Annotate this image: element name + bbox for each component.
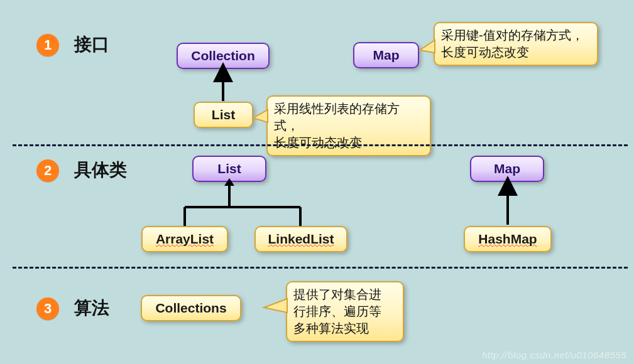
title-classes: 具体类 xyxy=(74,158,127,182)
badge-3: 3 xyxy=(36,297,59,320)
node-arraylist-label: ArrayList xyxy=(156,232,214,246)
node-linkedlist: LinkedList xyxy=(254,226,347,252)
diagram-canvas: 1 接口 Collection Map List 采用键-值对的存储方式， 长度… xyxy=(0,0,634,364)
callout-algo-l1: 提供了对集合进 xyxy=(293,287,381,301)
node-collections: Collections xyxy=(141,295,241,321)
callout-algo-l2: 行排序、遍历等 xyxy=(293,304,381,318)
svg-marker-2 xyxy=(264,299,287,313)
callout-algo: 提供了对集合进 行排序、遍历等 多种算法实现 xyxy=(286,281,404,342)
callout-list: 采用线性列表的存储方式， 长度可动态改变 xyxy=(266,95,431,156)
title-algorithms: 算法 xyxy=(74,296,109,320)
node-list-interface-child: List xyxy=(194,102,253,128)
svg-marker-1 xyxy=(253,110,268,122)
svg-marker-0 xyxy=(420,40,435,53)
callout-map-l1: 采用键-值对的存储方式， xyxy=(441,28,584,42)
node-hashmap-label: HashMap xyxy=(478,232,537,246)
node-hashmap: HashMap xyxy=(464,226,552,252)
callout-list-l1: 采用线性列表的存储方式， xyxy=(274,102,400,132)
node-list-class: List xyxy=(192,156,266,182)
node-arraylist: ArrayList xyxy=(141,226,228,252)
node-map-interface: Map xyxy=(353,42,419,68)
callout-map-l2: 长度可动态改变 xyxy=(441,45,529,59)
badge-2: 2 xyxy=(36,159,59,182)
title-interfaces: 接口 xyxy=(74,33,109,56)
badge-1: 1 xyxy=(36,34,59,56)
callout-algo-l3: 多种算法实现 xyxy=(293,321,369,335)
callout-list-l2: 长度可动态改变 xyxy=(274,136,362,149)
callout-map: 采用键-值对的存储方式， 长度可动态改变 xyxy=(434,22,598,66)
divider-2 xyxy=(13,267,628,269)
watermark: http://blog.csdn.net/u010648555 xyxy=(482,350,626,360)
divider-1 xyxy=(13,144,628,146)
node-linkedlist-label: LinkedList xyxy=(268,232,334,246)
node-collection: Collection xyxy=(177,43,270,69)
node-map-class: Map xyxy=(470,156,544,182)
